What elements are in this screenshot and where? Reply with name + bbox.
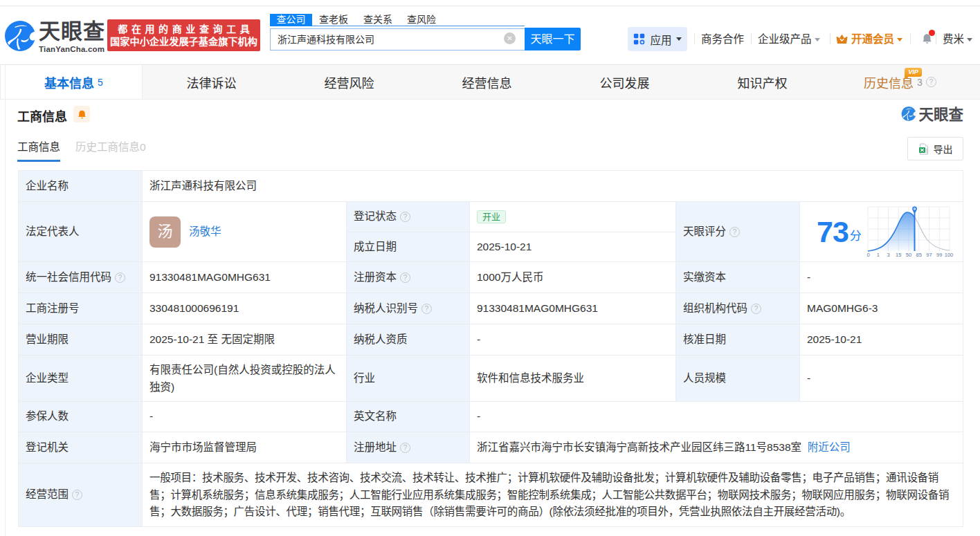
svg-text:15: 15 — [896, 251, 901, 257]
svg-text:97: 97 — [926, 251, 932, 257]
svg-text:1: 1 — [877, 251, 880, 257]
svg-text:85: 85 — [916, 251, 921, 257]
svg-text:3: 3 — [887, 251, 889, 257]
svg-text:0: 0 — [866, 251, 869, 257]
svg-text:99: 99 — [936, 251, 942, 257]
svg-text:50: 50 — [906, 251, 911, 257]
svg-text:天眼查: 天眼查 — [919, 107, 964, 122]
svg-text:100: 100 — [945, 251, 954, 257]
